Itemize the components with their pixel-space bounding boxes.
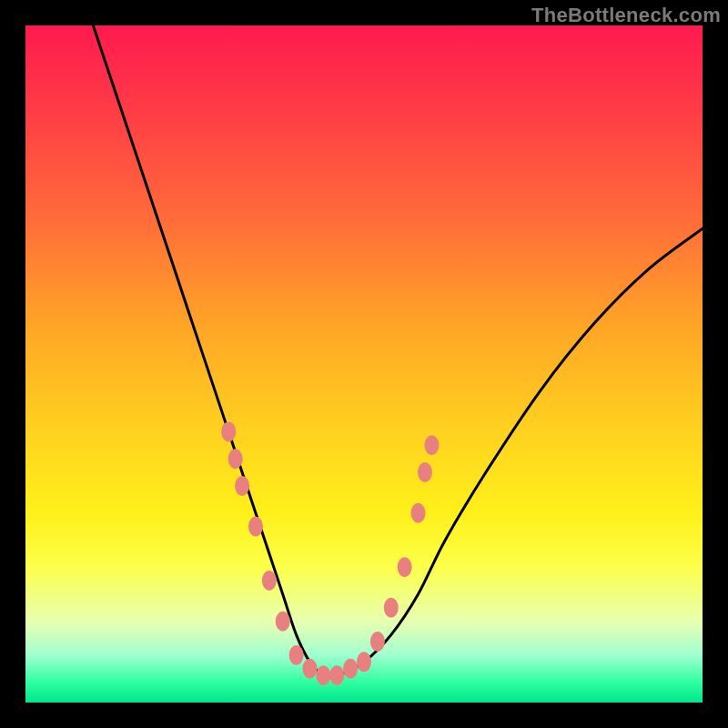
right-dot-3 — [398, 557, 412, 577]
bottom-dot-1 — [289, 645, 304, 665]
bottom-dot-3 — [316, 665, 330, 685]
bottom-dot-6 — [357, 652, 371, 672]
left-dot-4 — [248, 517, 263, 537]
chart-svg — [25, 25, 703, 703]
watermark-text: TheBottleneck.com — [531, 4, 721, 27]
right-dot-4 — [411, 503, 426, 523]
left-dot-5 — [262, 571, 277, 591]
bottom-dot-5 — [343, 659, 358, 679]
right-dot-5 — [418, 462, 432, 482]
plot-area — [25, 25, 703, 703]
right-dot-2 — [384, 598, 399, 618]
left-dot-1 — [221, 421, 236, 441]
bottom-dot-4 — [329, 665, 344, 685]
right-dot-6 — [424, 435, 439, 455]
bottleneck-curve — [93, 25, 703, 677]
right-dot-1 — [370, 632, 385, 652]
chart-frame: TheBottleneck.com — [0, 0, 728, 728]
bottom-dot-2 — [302, 659, 317, 679]
marker-group — [221, 421, 439, 685]
left-dot-6 — [276, 612, 290, 632]
curve-group — [93, 25, 703, 677]
left-dot-3 — [235, 476, 249, 496]
left-dot-2 — [228, 449, 243, 469]
